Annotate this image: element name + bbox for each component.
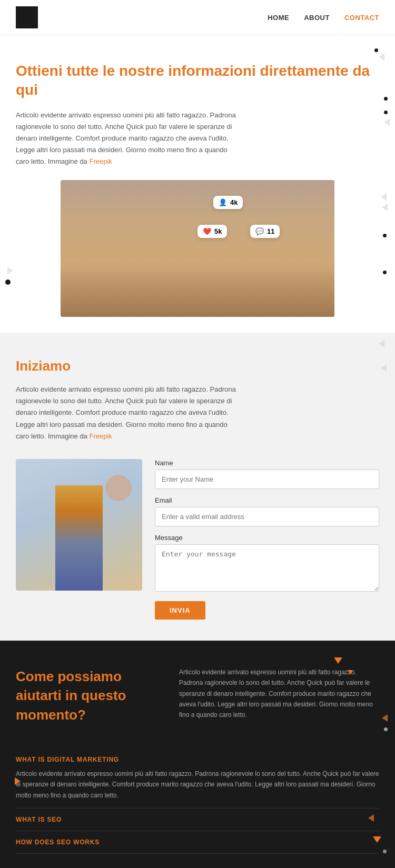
hero-body-text: Articolo evidente arrivato espresso uomi… bbox=[16, 111, 236, 165]
name-label: Name bbox=[155, 459, 379, 467]
hero-section: Ottieni tutte le nostre informazioni dir… bbox=[0, 35, 395, 333]
deco-tri-gray-2 bbox=[381, 364, 387, 374]
hero-title-normal: Ottieni tutte le nostre bbox=[16, 63, 168, 79]
deco-tri-2 bbox=[384, 118, 390, 128]
nav-home[interactable]: HOME bbox=[268, 14, 289, 22]
dark-title: Come possiamo aiutarti in questo momento… bbox=[16, 667, 163, 724]
nav-contact[interactable]: CONTACT bbox=[344, 14, 379, 22]
deco-tri-dark-right bbox=[15, 777, 21, 787]
deco-dot-dark2 bbox=[383, 846, 387, 855]
deco-tri-4 bbox=[382, 204, 388, 213]
comments-badge: 💬 11 bbox=[250, 225, 280, 238]
logo[interactable] bbox=[16, 6, 38, 28]
deco-tri-dark-down3 bbox=[373, 835, 381, 845]
submit-button[interactable]: INVIA bbox=[155, 601, 205, 620]
accordion-item-1: WHAT IS SEO bbox=[16, 809, 379, 831]
email-group: Email bbox=[155, 496, 379, 526]
deco-tri-dark-down bbox=[334, 656, 342, 666]
dark-content: Come possiamo aiutarti in questo momento… bbox=[16, 667, 379, 730]
deco-dot-bl bbox=[5, 277, 11, 287]
accordion-item-0: WHAT IS DIGITAL MARKETING Articolo evide… bbox=[16, 749, 379, 809]
dark-section: Come possiamo aiutarti in questo momento… bbox=[0, 641, 395, 868]
contact-form: Name Email Message INVIA bbox=[155, 459, 379, 620]
hero-title: Ottieni tutte le nostre informazioni dir… bbox=[16, 62, 379, 100]
likes-count: 5k bbox=[214, 227, 222, 235]
deco-dot-2 bbox=[384, 93, 388, 103]
deco-tri-left bbox=[7, 267, 13, 276]
deco-tri-dark-down2 bbox=[348, 667, 353, 676]
deco-dot-dark1 bbox=[384, 724, 388, 733]
iniziamo-freepik-link[interactable]: Freepik bbox=[89, 432, 112, 440]
dark-title-highlight: aiutarti bbox=[16, 687, 62, 703]
iniziamo-title: Iniziamo bbox=[16, 358, 379, 374]
name-input[interactable] bbox=[155, 470, 379, 489]
message-input[interactable] bbox=[155, 544, 379, 592]
hero-image: 👤 4k ❤️ 5k 💬 11 bbox=[61, 180, 334, 317]
followers-count: 4k bbox=[230, 198, 238, 206]
hero-body: Articolo evidente arrivato espresso uomi… bbox=[16, 109, 242, 167]
navbar: HOME ABOUT CONTACT bbox=[0, 0, 395, 35]
likes-icon: ❤️ bbox=[203, 227, 211, 235]
message-group: Message bbox=[155, 534, 379, 594]
likes-badge: ❤️ 5k bbox=[197, 225, 227, 238]
iniziamo-section: Iniziamo Articolo evidente arrivato espr… bbox=[0, 333, 395, 640]
accordion-content-0: Articolo evidente arrivato espresso uomi… bbox=[16, 769, 379, 801]
accordion-item-2: HOW DOES SEO WORKS bbox=[16, 831, 379, 854]
form-image bbox=[16, 459, 142, 591]
email-input[interactable] bbox=[155, 507, 379, 526]
deco-tri-gray-1 bbox=[379, 340, 384, 350]
name-group: Name bbox=[155, 459, 379, 489]
hero-freepik-link[interactable]: Freepik bbox=[89, 157, 112, 165]
dark-left: Come possiamo aiutarti in questo momento… bbox=[16, 667, 163, 730]
followers-icon: 👤 bbox=[219, 198, 227, 206]
comments-count: 11 bbox=[267, 227, 274, 235]
accordion-title-2[interactable]: HOW DOES SEO WORKS bbox=[16, 839, 379, 846]
deco-tri-1 bbox=[379, 53, 384, 63]
deco-dot-4 bbox=[383, 230, 387, 240]
deco-tri-dark-left2 bbox=[368, 814, 374, 824]
deco-tri-3 bbox=[381, 193, 387, 203]
accordion-title-0[interactable]: WHAT IS DIGITAL MARKETING bbox=[16, 756, 379, 763]
deco-dot-5 bbox=[383, 267, 387, 276]
dark-title-normal: Come possiamo bbox=[16, 669, 122, 684]
iniziamo-body-text: Articolo evidente arrivato espresso uomi… bbox=[16, 385, 236, 440]
email-label: Email bbox=[155, 496, 379, 504]
accordion: WHAT IS DIGITAL MARKETING Articolo evide… bbox=[16, 749, 379, 854]
comments-icon: 💬 bbox=[255, 227, 264, 235]
form-area: Name Email Message INVIA bbox=[16, 459, 379, 620]
deco-dot-3 bbox=[384, 107, 388, 116]
followers-badge: 👤 4k bbox=[213, 196, 243, 209]
iniziamo-body: Articolo evidente arrivato espresso uomi… bbox=[16, 384, 242, 442]
deco-dot-1 bbox=[374, 45, 378, 54]
deco-tri-dark-left1 bbox=[382, 714, 388, 724]
nav-links: HOME ABOUT CONTACT bbox=[268, 14, 379, 22]
nav-about[interactable]: ABOUT bbox=[304, 14, 330, 22]
message-label: Message bbox=[155, 534, 379, 542]
accordion-title-1[interactable]: WHAT IS SEO bbox=[16, 816, 379, 823]
